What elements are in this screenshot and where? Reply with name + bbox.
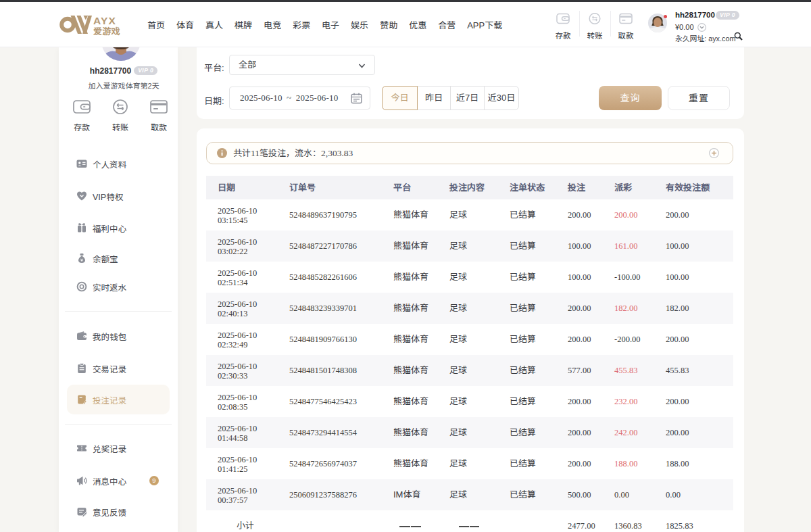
svg-text:爱游戏: 爱游戏 <box>93 26 120 37</box>
svg-text:AYX: AYX <box>93 15 116 26</box>
